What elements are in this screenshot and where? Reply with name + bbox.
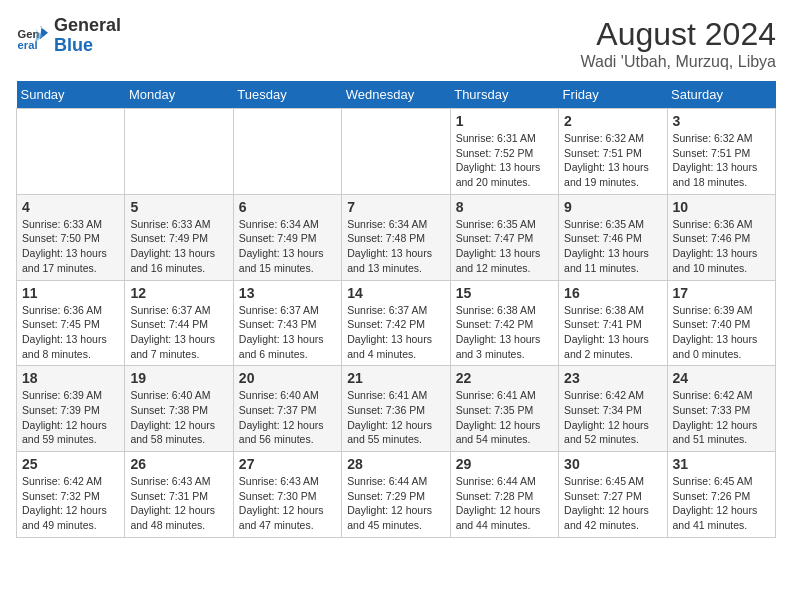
day-of-week-header: Sunday	[17, 81, 125, 109]
calendar-cell: 27Sunrise: 6:43 AM Sunset: 7:30 PM Dayli…	[233, 452, 341, 538]
day-number: 23	[564, 370, 661, 386]
calendar-week-row: 18Sunrise: 6:39 AM Sunset: 7:39 PM Dayli…	[17, 366, 776, 452]
calendar-cell: 17Sunrise: 6:39 AM Sunset: 7:40 PM Dayli…	[667, 280, 775, 366]
cell-info: Sunrise: 6:43 AM Sunset: 7:31 PM Dayligh…	[130, 474, 227, 533]
day-number: 28	[347, 456, 444, 472]
calendar-cell: 24Sunrise: 6:42 AM Sunset: 7:33 PM Dayli…	[667, 366, 775, 452]
cell-info: Sunrise: 6:32 AM Sunset: 7:51 PM Dayligh…	[673, 131, 770, 190]
day-number: 1	[456, 113, 553, 129]
day-number: 8	[456, 199, 553, 215]
day-number: 12	[130, 285, 227, 301]
logo-icon: Gen eral	[16, 20, 48, 52]
cell-info: Sunrise: 6:45 AM Sunset: 7:27 PM Dayligh…	[564, 474, 661, 533]
calendar-cell: 11Sunrise: 6:36 AM Sunset: 7:45 PM Dayli…	[17, 280, 125, 366]
day-number: 17	[673, 285, 770, 301]
day-of-week-header: Monday	[125, 81, 233, 109]
calendar-cell: 23Sunrise: 6:42 AM Sunset: 7:34 PM Dayli…	[559, 366, 667, 452]
cell-info: Sunrise: 6:35 AM Sunset: 7:46 PM Dayligh…	[564, 217, 661, 276]
day-number: 21	[347, 370, 444, 386]
day-number: 5	[130, 199, 227, 215]
day-number: 2	[564, 113, 661, 129]
day-number: 16	[564, 285, 661, 301]
cell-info: Sunrise: 6:33 AM Sunset: 7:49 PM Dayligh…	[130, 217, 227, 276]
day-number: 26	[130, 456, 227, 472]
cell-info: Sunrise: 6:37 AM Sunset: 7:42 PM Dayligh…	[347, 303, 444, 362]
calendar-cell: 22Sunrise: 6:41 AM Sunset: 7:35 PM Dayli…	[450, 366, 558, 452]
calendar-week-row: 25Sunrise: 6:42 AM Sunset: 7:32 PM Dayli…	[17, 452, 776, 538]
calendar-cell: 14Sunrise: 6:37 AM Sunset: 7:42 PM Dayli…	[342, 280, 450, 366]
calendar-cell: 29Sunrise: 6:44 AM Sunset: 7:28 PM Dayli…	[450, 452, 558, 538]
day-number: 27	[239, 456, 336, 472]
calendar-cell: 10Sunrise: 6:36 AM Sunset: 7:46 PM Dayli…	[667, 194, 775, 280]
day-number: 13	[239, 285, 336, 301]
cell-info: Sunrise: 6:44 AM Sunset: 7:28 PM Dayligh…	[456, 474, 553, 533]
page-header: Gen eral General Blue August 2024 Wadi '…	[16, 16, 776, 71]
calendar-cell: 30Sunrise: 6:45 AM Sunset: 7:27 PM Dayli…	[559, 452, 667, 538]
calendar-cell	[125, 109, 233, 195]
calendar-week-row: 1Sunrise: 6:31 AM Sunset: 7:52 PM Daylig…	[17, 109, 776, 195]
day-number: 9	[564, 199, 661, 215]
day-number: 19	[130, 370, 227, 386]
day-of-week-header: Tuesday	[233, 81, 341, 109]
day-of-week-header: Wednesday	[342, 81, 450, 109]
day-of-week-header: Saturday	[667, 81, 775, 109]
calendar-cell: 3Sunrise: 6:32 AM Sunset: 7:51 PM Daylig…	[667, 109, 775, 195]
day-number: 4	[22, 199, 119, 215]
day-of-week-header: Thursday	[450, 81, 558, 109]
cell-info: Sunrise: 6:39 AM Sunset: 7:39 PM Dayligh…	[22, 388, 119, 447]
day-number: 6	[239, 199, 336, 215]
cell-info: Sunrise: 6:36 AM Sunset: 7:46 PM Dayligh…	[673, 217, 770, 276]
cell-info: Sunrise: 6:42 AM Sunset: 7:32 PM Dayligh…	[22, 474, 119, 533]
day-number: 22	[456, 370, 553, 386]
cell-info: Sunrise: 6:32 AM Sunset: 7:51 PM Dayligh…	[564, 131, 661, 190]
calendar-cell: 9Sunrise: 6:35 AM Sunset: 7:46 PM Daylig…	[559, 194, 667, 280]
day-number: 24	[673, 370, 770, 386]
day-number: 11	[22, 285, 119, 301]
day-number: 20	[239, 370, 336, 386]
cell-info: Sunrise: 6:41 AM Sunset: 7:35 PM Dayligh…	[456, 388, 553, 447]
calendar-cell: 6Sunrise: 6:34 AM Sunset: 7:49 PM Daylig…	[233, 194, 341, 280]
calendar-cell: 20Sunrise: 6:40 AM Sunset: 7:37 PM Dayli…	[233, 366, 341, 452]
calendar-cell: 18Sunrise: 6:39 AM Sunset: 7:39 PM Dayli…	[17, 366, 125, 452]
calendar-cell: 1Sunrise: 6:31 AM Sunset: 7:52 PM Daylig…	[450, 109, 558, 195]
day-number: 29	[456, 456, 553, 472]
calendar-cell: 13Sunrise: 6:37 AM Sunset: 7:43 PM Dayli…	[233, 280, 341, 366]
calendar-week-row: 11Sunrise: 6:36 AM Sunset: 7:45 PM Dayli…	[17, 280, 776, 366]
day-number: 10	[673, 199, 770, 215]
calendar-cell: 26Sunrise: 6:43 AM Sunset: 7:31 PM Dayli…	[125, 452, 233, 538]
cell-info: Sunrise: 6:34 AM Sunset: 7:48 PM Dayligh…	[347, 217, 444, 276]
day-of-week-header: Friday	[559, 81, 667, 109]
calendar-header: SundayMondayTuesdayWednesdayThursdayFrid…	[17, 81, 776, 109]
calendar-body: 1Sunrise: 6:31 AM Sunset: 7:52 PM Daylig…	[17, 109, 776, 538]
cell-info: Sunrise: 6:40 AM Sunset: 7:37 PM Dayligh…	[239, 388, 336, 447]
title-section: August 2024 Wadi 'Utbah, Murzuq, Libya	[581, 16, 776, 71]
calendar-cell: 31Sunrise: 6:45 AM Sunset: 7:26 PM Dayli…	[667, 452, 775, 538]
calendar-cell: 15Sunrise: 6:38 AM Sunset: 7:42 PM Dayli…	[450, 280, 558, 366]
day-number: 14	[347, 285, 444, 301]
logo-line1: General	[54, 16, 121, 36]
calendar-title: August 2024	[581, 16, 776, 53]
calendar-cell: 5Sunrise: 6:33 AM Sunset: 7:49 PM Daylig…	[125, 194, 233, 280]
calendar-cell: 8Sunrise: 6:35 AM Sunset: 7:47 PM Daylig…	[450, 194, 558, 280]
calendar-cell: 21Sunrise: 6:41 AM Sunset: 7:36 PM Dayli…	[342, 366, 450, 452]
calendar-cell	[17, 109, 125, 195]
day-number: 3	[673, 113, 770, 129]
calendar-week-row: 4Sunrise: 6:33 AM Sunset: 7:50 PM Daylig…	[17, 194, 776, 280]
calendar-cell: 7Sunrise: 6:34 AM Sunset: 7:48 PM Daylig…	[342, 194, 450, 280]
cell-info: Sunrise: 6:31 AM Sunset: 7:52 PM Dayligh…	[456, 131, 553, 190]
cell-info: Sunrise: 6:39 AM Sunset: 7:40 PM Dayligh…	[673, 303, 770, 362]
calendar-table: SundayMondayTuesdayWednesdayThursdayFrid…	[16, 81, 776, 538]
calendar-cell: 28Sunrise: 6:44 AM Sunset: 7:29 PM Dayli…	[342, 452, 450, 538]
calendar-subtitle: Wadi 'Utbah, Murzuq, Libya	[581, 53, 776, 71]
calendar-cell: 2Sunrise: 6:32 AM Sunset: 7:51 PM Daylig…	[559, 109, 667, 195]
cell-info: Sunrise: 6:38 AM Sunset: 7:42 PM Dayligh…	[456, 303, 553, 362]
cell-info: Sunrise: 6:42 AM Sunset: 7:33 PM Dayligh…	[673, 388, 770, 447]
calendar-cell	[233, 109, 341, 195]
cell-info: Sunrise: 6:44 AM Sunset: 7:29 PM Dayligh…	[347, 474, 444, 533]
cell-info: Sunrise: 6:41 AM Sunset: 7:36 PM Dayligh…	[347, 388, 444, 447]
cell-info: Sunrise: 6:45 AM Sunset: 7:26 PM Dayligh…	[673, 474, 770, 533]
cell-info: Sunrise: 6:38 AM Sunset: 7:41 PM Dayligh…	[564, 303, 661, 362]
svg-text:eral: eral	[18, 39, 38, 51]
day-number: 18	[22, 370, 119, 386]
calendar-cell: 16Sunrise: 6:38 AM Sunset: 7:41 PM Dayli…	[559, 280, 667, 366]
